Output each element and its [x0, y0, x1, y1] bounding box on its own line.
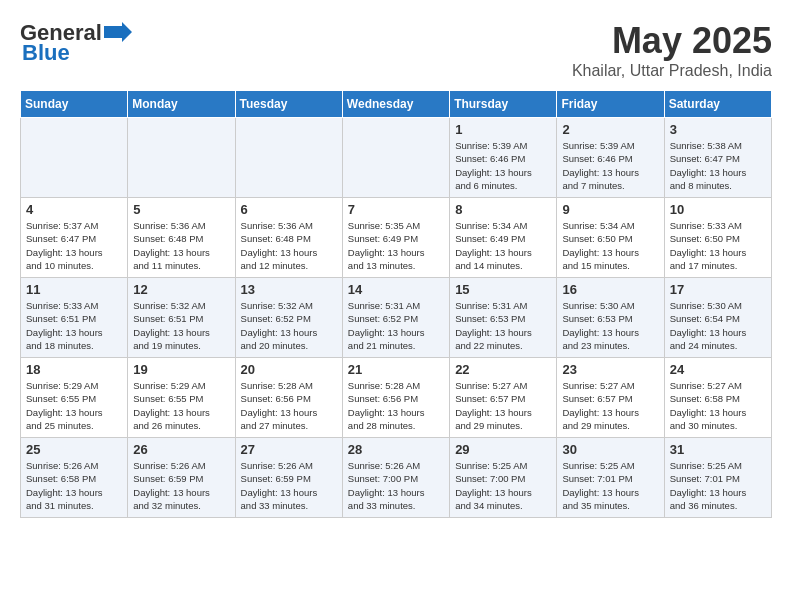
calendar-header: SundayMondayTuesdayWednesdayThursdayFrid… [21, 91, 772, 118]
calendar-cell: 11Sunrise: 5:33 AM Sunset: 6:51 PM Dayli… [21, 278, 128, 358]
calendar-cell: 9Sunrise: 5:34 AM Sunset: 6:50 PM Daylig… [557, 198, 664, 278]
cell-details: Sunrise: 5:30 AM Sunset: 6:53 PM Dayligh… [562, 299, 658, 352]
cell-details: Sunrise: 5:39 AM Sunset: 6:46 PM Dayligh… [562, 139, 658, 192]
calendar-cell: 22Sunrise: 5:27 AM Sunset: 6:57 PM Dayli… [450, 358, 557, 438]
day-number: 22 [455, 362, 551, 377]
calendar-cell: 8Sunrise: 5:34 AM Sunset: 6:49 PM Daylig… [450, 198, 557, 278]
cell-details: Sunrise: 5:28 AM Sunset: 6:56 PM Dayligh… [348, 379, 444, 432]
day-number: 2 [562, 122, 658, 137]
day-number: 21 [348, 362, 444, 377]
logo-blue: Blue [22, 40, 70, 66]
cell-details: Sunrise: 5:27 AM Sunset: 6:58 PM Dayligh… [670, 379, 766, 432]
day-number: 26 [133, 442, 229, 457]
day-number: 28 [348, 442, 444, 457]
cell-details: Sunrise: 5:36 AM Sunset: 6:48 PM Dayligh… [133, 219, 229, 272]
calendar-cell: 5Sunrise: 5:36 AM Sunset: 6:48 PM Daylig… [128, 198, 235, 278]
header-day: Thursday [450, 91, 557, 118]
calendar-cell [128, 118, 235, 198]
day-number: 20 [241, 362, 337, 377]
page-title: May 2025 [572, 20, 772, 62]
cell-details: Sunrise: 5:28 AM Sunset: 6:56 PM Dayligh… [241, 379, 337, 432]
calendar-row: 1Sunrise: 5:39 AM Sunset: 6:46 PM Daylig… [21, 118, 772, 198]
cell-details: Sunrise: 5:36 AM Sunset: 6:48 PM Dayligh… [241, 219, 337, 272]
logo-arrow-icon [104, 22, 132, 42]
cell-details: Sunrise: 5:39 AM Sunset: 6:46 PM Dayligh… [455, 139, 551, 192]
calendar-cell: 24Sunrise: 5:27 AM Sunset: 6:58 PM Dayli… [664, 358, 771, 438]
calendar-cell: 2Sunrise: 5:39 AM Sunset: 6:46 PM Daylig… [557, 118, 664, 198]
calendar-cell: 30Sunrise: 5:25 AM Sunset: 7:01 PM Dayli… [557, 438, 664, 518]
day-number: 15 [455, 282, 551, 297]
calendar-table: SundayMondayTuesdayWednesdayThursdayFrid… [20, 90, 772, 518]
day-number: 17 [670, 282, 766, 297]
cell-details: Sunrise: 5:32 AM Sunset: 6:51 PM Dayligh… [133, 299, 229, 352]
cell-details: Sunrise: 5:30 AM Sunset: 6:54 PM Dayligh… [670, 299, 766, 352]
logo: General Blue [20, 20, 132, 66]
cell-details: Sunrise: 5:35 AM Sunset: 6:49 PM Dayligh… [348, 219, 444, 272]
cell-details: Sunrise: 5:38 AM Sunset: 6:47 PM Dayligh… [670, 139, 766, 192]
day-number: 14 [348, 282, 444, 297]
day-number: 10 [670, 202, 766, 217]
cell-details: Sunrise: 5:26 AM Sunset: 6:59 PM Dayligh… [133, 459, 229, 512]
calendar-body: 1Sunrise: 5:39 AM Sunset: 6:46 PM Daylig… [21, 118, 772, 518]
header-day: Monday [128, 91, 235, 118]
title-section: May 2025 Khailar, Uttar Pradesh, India [572, 20, 772, 80]
cell-details: Sunrise: 5:25 AM Sunset: 7:01 PM Dayligh… [670, 459, 766, 512]
header-row: SundayMondayTuesdayWednesdayThursdayFrid… [21, 91, 772, 118]
calendar-row: 11Sunrise: 5:33 AM Sunset: 6:51 PM Dayli… [21, 278, 772, 358]
day-number: 9 [562, 202, 658, 217]
calendar-cell: 6Sunrise: 5:36 AM Sunset: 6:48 PM Daylig… [235, 198, 342, 278]
cell-details: Sunrise: 5:27 AM Sunset: 6:57 PM Dayligh… [562, 379, 658, 432]
page-subtitle: Khailar, Uttar Pradesh, India [572, 62, 772, 80]
cell-details: Sunrise: 5:29 AM Sunset: 6:55 PM Dayligh… [133, 379, 229, 432]
page-header: General Blue May 2025 Khailar, Uttar Pra… [20, 20, 772, 80]
cell-details: Sunrise: 5:26 AM Sunset: 6:59 PM Dayligh… [241, 459, 337, 512]
cell-details: Sunrise: 5:25 AM Sunset: 7:01 PM Dayligh… [562, 459, 658, 512]
cell-details: Sunrise: 5:29 AM Sunset: 6:55 PM Dayligh… [26, 379, 122, 432]
day-number: 19 [133, 362, 229, 377]
calendar-cell: 16Sunrise: 5:30 AM Sunset: 6:53 PM Dayli… [557, 278, 664, 358]
calendar-cell: 4Sunrise: 5:37 AM Sunset: 6:47 PM Daylig… [21, 198, 128, 278]
day-number: 18 [26, 362, 122, 377]
calendar-cell: 20Sunrise: 5:28 AM Sunset: 6:56 PM Dayli… [235, 358, 342, 438]
day-number: 16 [562, 282, 658, 297]
cell-details: Sunrise: 5:27 AM Sunset: 6:57 PM Dayligh… [455, 379, 551, 432]
calendar-cell [21, 118, 128, 198]
cell-details: Sunrise: 5:26 AM Sunset: 6:58 PM Dayligh… [26, 459, 122, 512]
header-day: Tuesday [235, 91, 342, 118]
day-number: 25 [26, 442, 122, 457]
calendar-cell: 23Sunrise: 5:27 AM Sunset: 6:57 PM Dayli… [557, 358, 664, 438]
calendar-cell [235, 118, 342, 198]
day-number: 3 [670, 122, 766, 137]
day-number: 29 [455, 442, 551, 457]
header-day: Sunday [21, 91, 128, 118]
day-number: 23 [562, 362, 658, 377]
cell-details: Sunrise: 5:34 AM Sunset: 6:49 PM Dayligh… [455, 219, 551, 272]
cell-details: Sunrise: 5:32 AM Sunset: 6:52 PM Dayligh… [241, 299, 337, 352]
calendar-cell: 3Sunrise: 5:38 AM Sunset: 6:47 PM Daylig… [664, 118, 771, 198]
calendar-cell [342, 118, 449, 198]
calendar-cell: 25Sunrise: 5:26 AM Sunset: 6:58 PM Dayli… [21, 438, 128, 518]
calendar-cell: 1Sunrise: 5:39 AM Sunset: 6:46 PM Daylig… [450, 118, 557, 198]
calendar-cell: 12Sunrise: 5:32 AM Sunset: 6:51 PM Dayli… [128, 278, 235, 358]
calendar-cell: 28Sunrise: 5:26 AM Sunset: 7:00 PM Dayli… [342, 438, 449, 518]
cell-details: Sunrise: 5:31 AM Sunset: 6:52 PM Dayligh… [348, 299, 444, 352]
cell-details: Sunrise: 5:26 AM Sunset: 7:00 PM Dayligh… [348, 459, 444, 512]
calendar-cell: 31Sunrise: 5:25 AM Sunset: 7:01 PM Dayli… [664, 438, 771, 518]
cell-details: Sunrise: 5:34 AM Sunset: 6:50 PM Dayligh… [562, 219, 658, 272]
day-number: 30 [562, 442, 658, 457]
day-number: 1 [455, 122, 551, 137]
calendar-cell: 18Sunrise: 5:29 AM Sunset: 6:55 PM Dayli… [21, 358, 128, 438]
calendar-cell: 10Sunrise: 5:33 AM Sunset: 6:50 PM Dayli… [664, 198, 771, 278]
day-number: 7 [348, 202, 444, 217]
day-number: 8 [455, 202, 551, 217]
calendar-cell: 15Sunrise: 5:31 AM Sunset: 6:53 PM Dayli… [450, 278, 557, 358]
cell-details: Sunrise: 5:25 AM Sunset: 7:00 PM Dayligh… [455, 459, 551, 512]
day-number: 12 [133, 282, 229, 297]
calendar-row: 25Sunrise: 5:26 AM Sunset: 6:58 PM Dayli… [21, 438, 772, 518]
header-day: Wednesday [342, 91, 449, 118]
day-number: 6 [241, 202, 337, 217]
day-number: 11 [26, 282, 122, 297]
calendar-cell: 19Sunrise: 5:29 AM Sunset: 6:55 PM Dayli… [128, 358, 235, 438]
cell-details: Sunrise: 5:33 AM Sunset: 6:51 PM Dayligh… [26, 299, 122, 352]
cell-details: Sunrise: 5:37 AM Sunset: 6:47 PM Dayligh… [26, 219, 122, 272]
